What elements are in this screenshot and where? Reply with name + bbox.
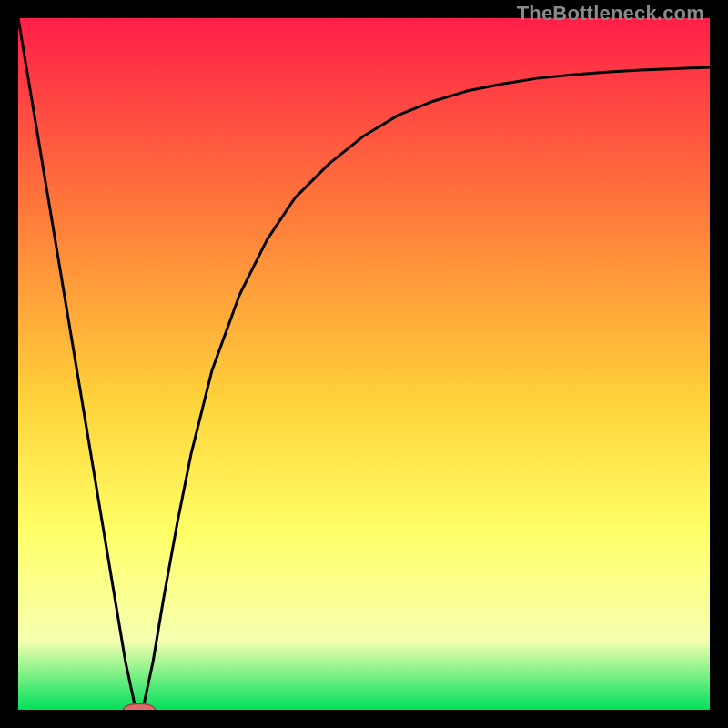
chart-frame	[18, 18, 710, 710]
bottleneck-chart	[18, 18, 710, 710]
watermark-text: TheBottleneck.com	[517, 2, 704, 25]
gradient-background	[18, 18, 710, 710]
